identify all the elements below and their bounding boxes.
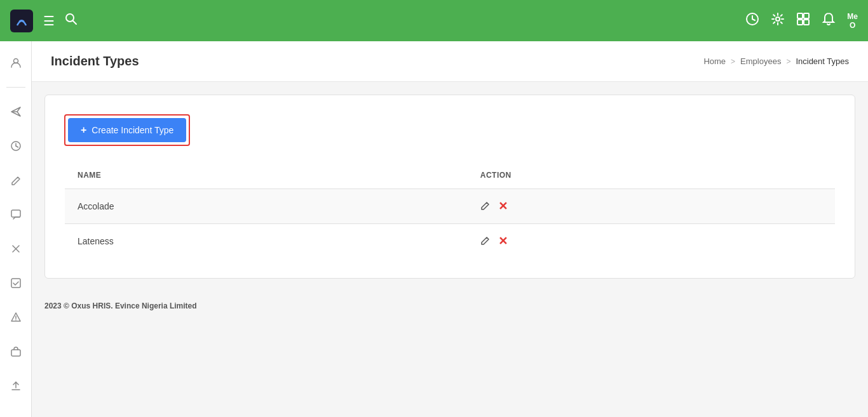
header-left: ☰ — [10, 10, 78, 32]
main-content: Incident Types Home > Employees > Incide… — [32, 41, 868, 417]
breadcrumb: Home > Employees > Incident Types — [703, 56, 849, 66]
svg-line-4 — [752, 19, 755, 20]
breadcrumb-employees[interactable]: Employees — [740, 56, 781, 66]
delete-icon[interactable]: ✕ — [498, 234, 508, 248]
sidebar-item-alert[interactable] — [4, 306, 27, 329]
table-row: Accolade ✕ — [65, 189, 836, 224]
sidebar-item-person[interactable] — [4, 51, 27, 74]
sidebar-item-close[interactable] — [4, 237, 27, 260]
content-area: + Create Incident Type NAME ACTION Accol… — [44, 95, 855, 279]
hamburger-icon[interactable]: ☰ — [43, 13, 55, 29]
me-sub-label: O — [850, 21, 855, 30]
delete-icon[interactable]: ✕ — [498, 199, 508, 213]
create-button-wrapper: + Create Incident Type — [64, 114, 190, 146]
svg-point-5 — [776, 17, 780, 21]
footer: 2023 © Oxus HRIS. Evince Nigeria Limited — [32, 291, 868, 321]
user-menu[interactable]: Me O — [847, 12, 858, 30]
footer-text: 2023 © Oxus HRIS. — [44, 301, 113, 310]
search-icon[interactable] — [65, 13, 78, 29]
bell-icon[interactable] — [822, 12, 836, 29]
incident-types-table: NAME ACTION Accolade ✕ Laten — [64, 161, 836, 259]
svg-rect-21 — [11, 350, 20, 356]
sidebar-item-bag[interactable] — [4, 340, 27, 363]
svg-line-14 — [16, 146, 18, 147]
plus-icon: + — [81, 124, 86, 136]
cell-action: ✕ — [468, 224, 836, 259]
breadcrumb-separator-1: > — [731, 57, 735, 66]
settings-icon[interactable] — [771, 12, 785, 29]
sidebar — [0, 41, 32, 417]
create-button-label: Create Incident Type — [92, 125, 173, 135]
sidebar-item-chat[interactable] — [4, 203, 27, 226]
me-label: Me — [847, 12, 858, 21]
svg-rect-6 — [797, 13, 803, 18]
table-row: Lateness ✕ — [65, 224, 836, 259]
footer-company: Evince Nigeria Limited — [115, 301, 197, 310]
app-logo — [10, 10, 33, 32]
sidebar-item-upload[interactable] — [4, 374, 27, 397]
svg-rect-18 — [11, 279, 20, 288]
svg-rect-7 — [804, 13, 809, 18]
column-action: ACTION — [468, 162, 836, 189]
page-title: Incident Types — [51, 54, 139, 69]
edit-icon[interactable] — [480, 200, 491, 213]
clock-icon[interactable] — [745, 12, 759, 29]
edit-icon[interactable] — [480, 235, 491, 248]
breadcrumb-home[interactable]: Home — [703, 56, 726, 66]
main-layout: Incident Types Home > Employees > Incide… — [0, 41, 868, 417]
sidebar-divider-1 — [6, 87, 25, 88]
sidebar-item-send[interactable] — [4, 100, 27, 123]
header-right: Me O — [745, 12, 858, 30]
page-header: Incident Types Home > Employees > Incide… — [32, 41, 868, 82]
cell-action: ✕ — [468, 189, 836, 224]
svg-line-1 — [73, 21, 77, 25]
breadcrumb-current: Incident Types — [796, 56, 849, 66]
create-incident-type-button[interactable]: + Create Incident Type — [68, 118, 186, 142]
top-header: ☰ — [0, 0, 868, 41]
svg-rect-9 — [804, 20, 809, 25]
cell-name: Lateness — [65, 224, 468, 259]
breadcrumb-separator-2: > — [786, 57, 790, 66]
column-name: NAME — [65, 162, 468, 189]
sidebar-item-clock[interactable] — [4, 135, 27, 157]
grid-icon[interactable] — [796, 12, 810, 29]
svg-rect-8 — [797, 20, 803, 25]
cell-name: Accolade — [65, 189, 468, 224]
svg-point-20 — [15, 319, 17, 321]
sidebar-item-check[interactable] — [4, 272, 27, 295]
sidebar-item-edit[interactable] — [4, 169, 27, 192]
svg-rect-15 — [11, 210, 20, 217]
